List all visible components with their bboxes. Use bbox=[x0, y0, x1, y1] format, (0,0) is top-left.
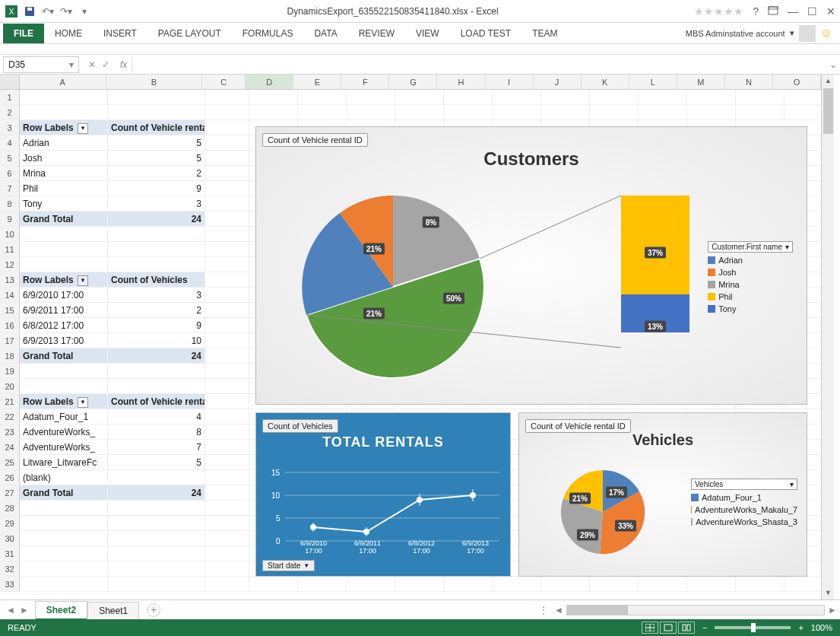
cell[interactable]: 6/9/2010 17:00 bbox=[20, 288, 108, 303]
cell[interactable] bbox=[395, 577, 444, 592]
col-header[interactable]: I bbox=[486, 75, 534, 89]
row-header[interactable]: 8 bbox=[0, 196, 20, 211]
cell[interactable] bbox=[205, 394, 249, 409]
row-header[interactable]: 23 bbox=[0, 425, 20, 440]
chart-total-rentals[interactable]: Count of Vehicles TOTAL RENTALS 151050 6… bbox=[255, 412, 511, 577]
tab-prev-icon[interactable]: ◄ bbox=[6, 605, 15, 615]
maximize-icon[interactable]: ☐ bbox=[807, 5, 817, 17]
cell[interactable]: Count of Vehicle rental ID bbox=[108, 120, 205, 135]
cell[interactable]: Row Labels ▼ bbox=[20, 272, 108, 288]
cell[interactable] bbox=[785, 577, 821, 592]
cell[interactable] bbox=[205, 470, 249, 485]
smile-icon[interactable]: ☺ bbox=[820, 27, 832, 40]
cell[interactable] bbox=[20, 546, 108, 561]
cell[interactable]: Count of Vehicle rental ID bbox=[108, 394, 205, 409]
cell[interactable]: 24 bbox=[108, 348, 205, 364]
col-header[interactable]: H bbox=[437, 75, 485, 89]
cell[interactable] bbox=[108, 227, 205, 242]
tab-data[interactable]: DATA bbox=[303, 24, 347, 43]
cell[interactable]: 24 bbox=[108, 485, 205, 501]
col-header[interactable]: G bbox=[389, 75, 437, 89]
select-all-corner[interactable] bbox=[0, 75, 20, 89]
enter-formula-icon[interactable]: ✓ bbox=[102, 59, 109, 70]
cell[interactable] bbox=[541, 577, 590, 592]
tab-file[interactable]: FILE bbox=[3, 24, 44, 43]
row-header[interactable]: 27 bbox=[0, 485, 20, 501]
cell[interactable] bbox=[736, 90, 785, 105]
cell[interactable] bbox=[736, 577, 785, 592]
row-header[interactable]: 22 bbox=[0, 409, 20, 425]
cell[interactable] bbox=[205, 211, 249, 227]
cell[interactable] bbox=[205, 409, 249, 425]
cell[interactable] bbox=[298, 105, 347, 120]
row-header[interactable]: 4 bbox=[0, 135, 20, 151]
tab-insert[interactable]: INSERT bbox=[93, 24, 147, 43]
cell[interactable]: 2 bbox=[108, 303, 205, 318]
col-header[interactable]: O bbox=[773, 75, 821, 89]
row-header[interactable]: 18 bbox=[0, 348, 20, 364]
cell[interactable] bbox=[205, 501, 249, 516]
cell[interactable] bbox=[639, 105, 687, 120]
cell[interactable] bbox=[108, 379, 205, 394]
cell[interactable] bbox=[205, 577, 249, 592]
cell[interactable] bbox=[205, 485, 249, 501]
tab-page-layout[interactable]: PAGE LAYOUT bbox=[147, 24, 232, 43]
row-header[interactable]: 32 bbox=[0, 561, 20, 577]
cell[interactable] bbox=[20, 105, 108, 120]
cell[interactable] bbox=[205, 440, 249, 455]
cell[interactable] bbox=[205, 531, 249, 546]
row-header[interactable]: 33 bbox=[0, 577, 20, 592]
cell[interactable] bbox=[493, 90, 541, 105]
row-header[interactable]: 12 bbox=[0, 257, 20, 272]
cell[interactable] bbox=[108, 257, 205, 272]
chart-customers[interactable]: Count of Vehicle rental ID Customers 8% … bbox=[255, 126, 807, 405]
sheet-tab[interactable]: Sheet1 bbox=[87, 602, 139, 619]
cell[interactable] bbox=[20, 242, 108, 257]
tab-load-test[interactable]: LOAD TEST bbox=[450, 24, 521, 43]
qat-customize-icon[interactable]: ▾ bbox=[78, 5, 91, 18]
cell[interactable]: Count of Vehicles bbox=[108, 272, 205, 288]
cell[interactable]: 9 bbox=[108, 318, 205, 333]
row-header[interactable]: 17 bbox=[0, 333, 20, 348]
cell[interactable]: Grand Total bbox=[20, 211, 108, 227]
cell[interactable] bbox=[108, 531, 205, 546]
col-header[interactable]: D bbox=[246, 75, 293, 89]
cell[interactable] bbox=[785, 90, 821, 105]
cell[interactable] bbox=[493, 105, 541, 120]
cell[interactable] bbox=[639, 90, 687, 105]
cell[interactable] bbox=[20, 531, 108, 546]
cell[interactable]: 6/8/2012 17:00 bbox=[20, 318, 108, 333]
cell[interactable] bbox=[249, 90, 298, 105]
row-header[interactable]: 20 bbox=[0, 379, 20, 394]
cell[interactable]: 3 bbox=[108, 288, 205, 303]
col-header[interactable]: E bbox=[293, 75, 341, 89]
cell[interactable] bbox=[20, 379, 108, 394]
cell[interactable] bbox=[108, 501, 205, 516]
undo-icon[interactable]: ↶▾ bbox=[41, 5, 55, 18]
tab-review[interactable]: REVIEW bbox=[348, 24, 405, 43]
cell[interactable]: Grand Total bbox=[20, 485, 108, 501]
zoom-out-icon[interactable]: − bbox=[702, 623, 707, 632]
cell[interactable] bbox=[298, 577, 347, 592]
cell[interactable] bbox=[205, 303, 249, 318]
vertical-scrollbar[interactable]: ▲ ▼ bbox=[821, 75, 834, 599]
cell[interactable] bbox=[687, 90, 736, 105]
cell[interactable] bbox=[205, 181, 249, 196]
cell[interactable] bbox=[205, 120, 249, 135]
cell[interactable] bbox=[108, 470, 205, 485]
filter-dropdown-icon[interactable]: ▼ bbox=[78, 123, 88, 134]
cell[interactable] bbox=[205, 379, 249, 394]
cell[interactable] bbox=[205, 425, 249, 440]
legend-filter[interactable]: Vehicles▾ bbox=[691, 479, 797, 490]
cell[interactable] bbox=[444, 577, 493, 592]
cell[interactable]: 3 bbox=[108, 196, 205, 211]
cell[interactable] bbox=[205, 546, 249, 561]
col-header[interactable]: C bbox=[202, 75, 246, 89]
minimize-icon[interactable]: — bbox=[788, 5, 798, 17]
cell[interactable] bbox=[249, 577, 298, 592]
cell[interactable] bbox=[205, 455, 249, 470]
row-header[interactable]: 30 bbox=[0, 531, 20, 546]
row-header[interactable]: 31 bbox=[0, 546, 20, 561]
row-header[interactable]: 3 bbox=[0, 120, 20, 135]
cell[interactable] bbox=[20, 577, 108, 592]
